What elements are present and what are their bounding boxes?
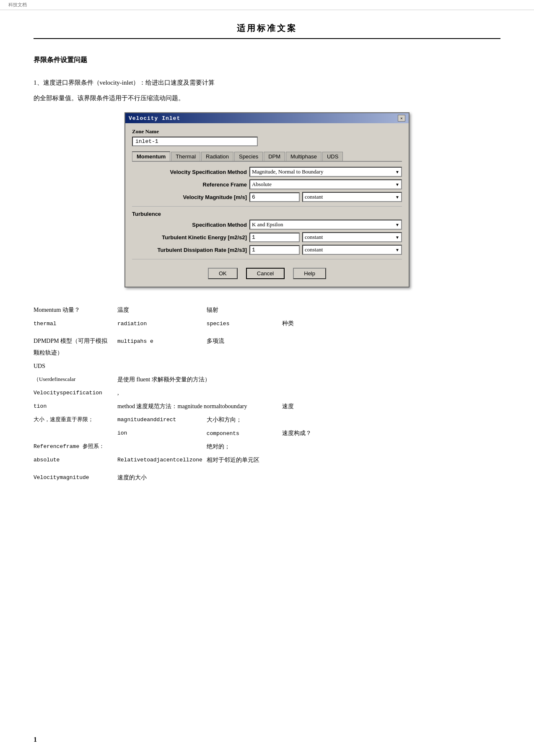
page-number: 1 [34,736,37,743]
zone-name-input[interactable]: inlet-1 [132,137,258,146]
anno-empty7 [117,441,207,454]
anno-userdefine-desc: 是使用 fluent 求解额外变量的方法） [117,374,500,387]
turbulence-fields: Specification Method K and Epsilon ▼ Tur… [132,220,402,255]
dialog-titlebar: Velocity Inlet × [125,113,409,123]
anno-row-6: Velocityspecification , [34,387,500,401]
main-fields: Velocity Specification Method Magnitude,… [132,167,402,202]
anno-row-1: Momentum 动量？ 温度 辐射 [34,304,500,318]
paragraph2: 的全部标量值。该界限条件适用于不行压缩流动问题。 [34,93,500,104]
tab-multiphase[interactable]: Multiphase [286,152,321,161]
anno-row-7: tion method 速度规范方法：magnitude normaltobou… [34,401,500,414]
page-title: 适用标准文案 [237,23,297,34]
zone-name-label: Zone Name [132,128,402,135]
anno-ion: ion [117,427,207,441]
tab-dpm[interactable]: DPM [264,152,285,161]
velocity-inlet-dialog: Velocity Inlet × Zone Name inlet-1 Momen… [124,112,410,287]
anno-empty8 [282,441,500,454]
tab-thermal[interactable]: Thermal [171,152,200,161]
reference-frame-arrow: ▼ [395,182,399,187]
anno-magdir: magnitudeanddirect [117,414,207,427]
top-bar: 科技文档 [0,0,534,10]
velocity-spec-method-arrow: ▼ [395,170,399,174]
velocity-magnitude-label: Velocity Magnitude [m/s] [132,194,249,200]
anno-radiation: radiation [117,318,207,331]
reference-frame-row: Reference Frame Absolute ▼ [132,179,402,189]
anno-daxiao: 大小，速度垂直于界限； [34,414,117,427]
anno-speed: 速度 [282,401,500,414]
anno-row-2: thermal radiation species 种类 [34,318,500,331]
tab-radiation[interactable]: Radiation [201,152,233,161]
anno-daxiaohefw: 大小和方向； [207,414,282,427]
velocity-spec-method-label: Velocity Specification Method [132,169,249,175]
turbulent-dissipation-rate-select[interactable]: constant ▼ [302,245,402,255]
reference-frame-label: Reference Frame [132,181,249,188]
turbulent-kinetic-energy-arrow: ▼ [395,235,399,240]
turbulent-dissipation-rate-row: Turbulent Dissipation Rate [m2/s3] 1 con… [132,245,402,255]
velocity-magnitude-input[interactable]: 6 [249,192,300,202]
anno-row-9: ion components 速度构成？ [34,427,500,441]
help-button[interactable]: Help [293,268,326,279]
main-content: 适用标准文案 界限条件设置问题 1、速度进口界限条件（velocity-inle… [0,10,534,502]
anno-row-4: UDS [34,360,500,374]
anno-relative-desc: 相对于邻近的单元区 [207,454,500,468]
anno-empty2 [282,335,500,360]
dialog-close-button[interactable]: × [398,115,405,122]
anno-empty6 [34,427,117,441]
anno-row-10: Referenceframe 参照系： 绝对的； [34,441,500,454]
paragraph1: 1、速度进口界限条件（velocity-inlet）：给进出口速度及需要计算 [34,77,500,88]
turbulence-spec-method-arrow: ▼ [395,223,399,227]
turbulent-dissipation-rate-input[interactable]: 1 [249,245,300,255]
anno-juedui: 绝对的； [207,441,282,454]
turbulence-spec-method-row: Specification Method K and Epsilon ▼ [132,220,402,230]
anno-refframe: Referenceframe 参照系： [34,441,117,454]
anno-fushe: 辐射 [207,304,282,318]
turbulent-dissipation-rate-label: Turbulent Dissipation Rate [m2/s3] [132,247,249,253]
anno-row-5: （Userdefinescalar 是使用 fluent 求解额外变量的方法） [34,374,500,387]
separator2 [132,259,402,259]
turbulent-kinetic-energy-row: Turbulent Kinetic Energy [m2/s2] 1 const… [132,232,402,242]
anno-velspec: Velocityspecification [34,387,117,401]
anno-empty4 [207,387,500,401]
anno-row-11: absolute Relativetoadjacentcellzone 相对于邻… [34,454,500,468]
anno-thermal: thermal [34,318,117,331]
velocity-magnitude-select[interactable]: constant ▼ [302,192,402,202]
velocity-magnitude-arrow: ▼ [395,195,399,199]
annotation-table: Momentum 动量？ 温度 辐射 thermal radiation [34,304,500,485]
section-heading: 界限条件设置问题 [34,56,500,65]
reference-frame-select[interactable]: Absolute ▼ [249,179,402,189]
page-title-section: 适用标准文案 [34,23,500,39]
velocity-magnitude-row: Velocity Magnitude [m/s] 6 constant ▼ [132,192,402,202]
velocity-spec-method-select[interactable]: Magnitude, Normal to Boundary ▼ [249,167,402,177]
tab-uds[interactable]: UDS [322,152,343,161]
anno-userdefine: （Userdefinescalar [34,374,117,387]
tabs-row: Momentum Thermal Radiation Species DPM M… [132,151,402,162]
turbulent-kinetic-energy-select[interactable]: constant ▼ [302,232,402,242]
anno-row-spacer2 [34,468,500,472]
tab-momentum[interactable]: Momentum [132,151,170,161]
anno-row-spacer1 [34,331,500,335]
anno-tion: tion [34,401,117,414]
separator1 [132,206,402,207]
tab-species[interactable]: Species [234,152,263,161]
annotation-section: Momentum 动量？ 温度 辐射 thermal radiation [34,304,500,485]
cancel-button[interactable]: Cancel [246,268,285,279]
anno-row-12: Velocitymagnitude 速度的大小 [34,472,500,485]
turbulent-kinetic-energy-input[interactable]: 1 [249,233,300,242]
turbulent-dissipation-rate-arrow: ▼ [395,248,399,252]
dialog-buttons: OK Cancel Help [132,264,402,282]
anno-empty9 [207,472,500,485]
anno-method-desc: method 速度规范方法：magnitude normaltoboundary [117,401,282,414]
anno-zhonglei: 种类 [282,318,500,331]
anno-row-8: 大小，速度垂直于界限； magnitudeanddirect 大小和方向； [34,414,500,427]
anno-velmag: Velocitymagnitude [34,472,117,485]
turbulence-spec-method-select[interactable]: K and Epsilon ▼ [249,220,402,230]
anno-wendu: 温度 [117,304,207,318]
velocity-spec-method-row: Velocity Specification Method Magnitude,… [132,167,402,177]
anno-duoxiangliu: 多项流 [207,335,282,360]
dialog-body: Zone Name inlet-1 Momentum Thermal Radia… [125,123,409,287]
anno-row-3: DPMDPM 模型（可用于模拟颗粒轨迹） multipahs e 多项流 [34,335,500,360]
anno-empty3 [117,360,500,374]
anno-multipahse: multipahs e [117,335,207,360]
ok-button[interactable]: OK [208,268,238,279]
anno-sududaxiao: 速度的大小 [117,472,207,485]
